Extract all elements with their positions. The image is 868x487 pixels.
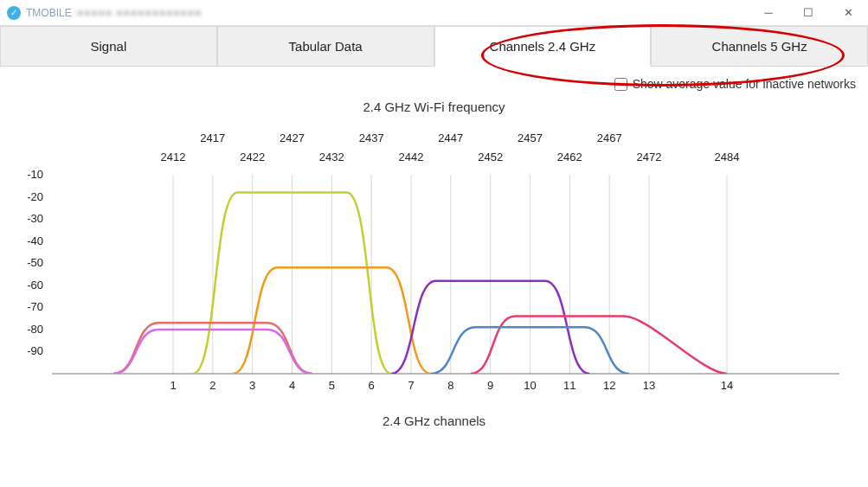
svg-text:-70: -70 xyxy=(27,300,43,313)
svg-text:2442: 2442 xyxy=(399,151,424,163)
svg-text:6: 6 xyxy=(369,379,375,392)
titlebar-left: ✓ TMOBILE ■■■■■ ■■■■■■■■■■■■ xyxy=(7,6,202,20)
chart-title: 2.4 GHz Wi-Fi frequency xyxy=(0,99,868,114)
svg-text:-40: -40 xyxy=(27,234,43,247)
tab-signal[interactable]: Signal xyxy=(0,26,217,67)
svg-text:2447: 2447 xyxy=(438,131,463,144)
svg-text:2417: 2417 xyxy=(200,131,225,144)
svg-text:-10: -10 xyxy=(27,168,43,181)
tab-tabular[interactable]: Tabular Data xyxy=(217,26,434,67)
svg-text:2452: 2452 xyxy=(478,151,503,163)
svg-text:5: 5 xyxy=(329,379,335,392)
show-average-checkbox[interactable] xyxy=(614,78,627,91)
svg-text:8: 8 xyxy=(447,379,453,392)
chart-area: 1234567891011121314-10-20-30-40-50-60-70… xyxy=(0,114,868,408)
svg-text:2467: 2467 xyxy=(597,131,622,144)
svg-text:12: 12 xyxy=(603,379,615,392)
svg-text:3: 3 xyxy=(249,379,255,392)
close-button[interactable]: ✕ xyxy=(828,0,868,26)
svg-text:1: 1 xyxy=(170,379,176,392)
chart-svg: 1234567891011121314-10-20-30-40-50-60-70… xyxy=(0,114,868,408)
maximize-button[interactable]: ☐ xyxy=(788,0,828,26)
tab-bar: Signal Tabular Data Channels 2.4 GHz Cha… xyxy=(0,26,868,67)
svg-text:2484: 2484 xyxy=(715,151,740,163)
svg-text:2422: 2422 xyxy=(240,151,265,163)
title-rest: ■■■■■ ■■■■■■■■■■■■ xyxy=(77,7,203,19)
svg-text:2: 2 xyxy=(209,379,215,392)
svg-text:13: 13 xyxy=(643,379,655,392)
svg-text:11: 11 xyxy=(563,379,575,392)
tab-channels-5[interactable]: Channels 5 GHz xyxy=(651,26,868,67)
svg-text:2472: 2472 xyxy=(637,151,662,163)
svg-text:-30: -30 xyxy=(27,212,43,225)
svg-text:2412: 2412 xyxy=(161,151,186,163)
svg-text:10: 10 xyxy=(524,379,536,392)
svg-text:-50: -50 xyxy=(27,256,43,269)
tab-channels-24[interactable]: Channels 2.4 GHz xyxy=(434,26,652,67)
titlebar: ✓ TMOBILE ■■■■■ ■■■■■■■■■■■■ ─ ☐ ✕ xyxy=(0,0,868,26)
svg-text:-90: -90 xyxy=(27,344,43,357)
show-average-label: Show average value for inactive networks xyxy=(633,77,856,91)
xaxis-title: 2.4 GHz channels xyxy=(0,413,868,428)
svg-text:7: 7 xyxy=(408,379,414,392)
svg-text:4: 4 xyxy=(289,379,295,392)
app-name: TMOBILE xyxy=(26,7,72,19)
options-row: Show average value for inactive networks xyxy=(0,67,868,96)
svg-text:2457: 2457 xyxy=(518,131,543,144)
app-icon: ✓ xyxy=(7,6,21,20)
window-controls: ─ ☐ ✕ xyxy=(749,0,868,26)
svg-text:9: 9 xyxy=(487,379,493,392)
svg-text:2427: 2427 xyxy=(280,131,305,144)
svg-text:2437: 2437 xyxy=(359,131,384,144)
svg-text:2432: 2432 xyxy=(319,151,344,163)
svg-text:-80: -80 xyxy=(27,323,43,336)
svg-text:-60: -60 xyxy=(27,279,43,292)
svg-text:-20: -20 xyxy=(27,190,43,203)
svg-text:2462: 2462 xyxy=(557,151,582,163)
minimize-button[interactable]: ─ xyxy=(749,0,788,26)
svg-text:14: 14 xyxy=(721,379,733,392)
